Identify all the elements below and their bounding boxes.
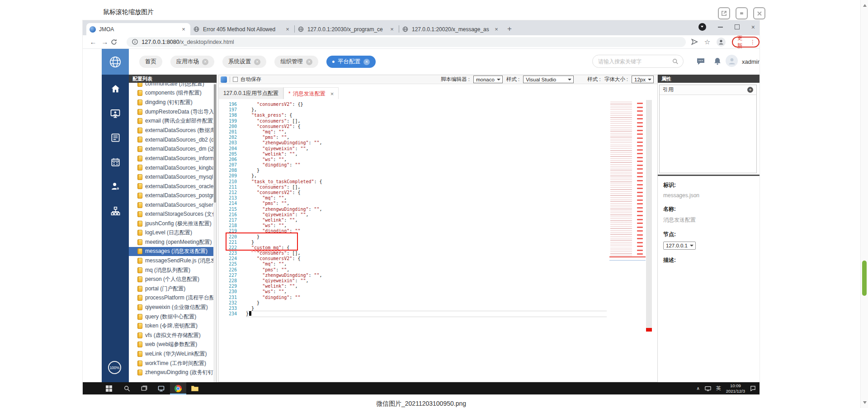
user-settings-icon[interactable]	[102, 181, 129, 192]
search-input[interactable]	[597, 58, 670, 65]
pill-close-icon[interactable]: ×	[306, 59, 312, 65]
save-icon[interactable]	[221, 76, 227, 83]
file-explorer-icon[interactable]	[153, 382, 169, 394]
fit-screen-icon[interactable]	[736, 7, 748, 19]
pill-close-icon[interactable]: ×	[202, 59, 208, 65]
list-item[interactable]: qiyeweixin (企业微信配置)	[129, 303, 217, 312]
close-viewer-icon[interactable]	[753, 7, 765, 19]
nav-pill[interactable]: 平台配置×	[326, 56, 376, 68]
list-item[interactable]: messageSendRule.js (消息发送	[129, 256, 217, 266]
nav-pill[interactable]: 组织管理×	[274, 56, 318, 68]
kebab-menu-icon[interactable]: ⋮	[750, 39, 755, 45]
editor-scrollbar-thumb[interactable]	[646, 100, 652, 331]
username-label[interactable]: xadmin	[742, 58, 760, 65]
script-editor-select[interactable]: monaco	[473, 76, 503, 83]
task-view-icon[interactable]	[136, 382, 152, 394]
list-item[interactable]: workTime (工作时间配置)	[129, 359, 217, 368]
list-item[interactable]: externalDataSources_kingbase	[129, 163, 217, 172]
folder-icon[interactable]	[187, 382, 203, 394]
start-menu-icon[interactable]	[101, 382, 117, 394]
list-item[interactable]: externalDataSources_dm (达梦	[129, 144, 217, 154]
user-avatar[interactable]	[726, 55, 738, 67]
new-tab-icon[interactable]: +	[503, 23, 516, 35]
node-select[interactable]: 127.0.0.1	[663, 242, 696, 250]
list-item[interactable]: query (数据中心配置)	[129, 312, 217, 322]
open-external-icon[interactable]	[718, 7, 730, 19]
scroll-down-arrow[interactable]	[863, 401, 867, 406]
send-icon[interactable]	[691, 38, 698, 45]
list-item[interactable]: mq (消息队列配置)	[129, 266, 217, 275]
bookmark-star-icon[interactable]: ☆	[704, 38, 710, 46]
forward-icon[interactable]: →	[99, 38, 111, 46]
notification-center-icon[interactable]	[750, 385, 756, 391]
autosave-checkbox[interactable]	[233, 77, 238, 82]
panel-splitter[interactable]	[658, 175, 760, 176]
list-item[interactable]: externalDataSources_postgres	[129, 191, 217, 200]
tab-close-icon[interactable]: ×	[493, 26, 500, 33]
list-item[interactable]: externalDataSources_sqlserver	[129, 200, 217, 210]
list-item[interactable]: externalDataSources_mysql (m	[129, 172, 217, 182]
journal-icon[interactable]	[102, 133, 129, 143]
font-size-select[interactable]: 12px	[632, 76, 654, 83]
list-item[interactable]: meeting (openMeeting配置)	[129, 237, 217, 247]
list-item[interactable]: externalDataSources (数据库配	[129, 126, 217, 135]
ime-indicator[interactable]: 英	[716, 385, 721, 392]
taskbar-search-icon[interactable]	[119, 382, 135, 394]
list-item[interactable]: web (web端参数配置)	[129, 340, 217, 350]
list-item[interactable]: communicate (消息配置)	[129, 83, 217, 89]
list-item[interactable]: dumpRestoreData (导出导入数	[129, 107, 217, 117]
bell-icon[interactable]	[714, 57, 721, 65]
nav-pill[interactable]: 应用市场×	[170, 56, 214, 68]
page-scrollbar[interactable]	[860, 0, 868, 408]
style-select[interactable]: Visual Studio	[523, 76, 574, 83]
add-reference-icon[interactable]: +	[747, 87, 753, 93]
editor-tab[interactable]: 127.0.0.1应用节点配置	[219, 87, 283, 99]
browser-tab[interactable]: Error 405 Method Not Allowed×	[190, 23, 294, 35]
tray-display-icon[interactable]	[705, 386, 711, 391]
code-editor[interactable]: 1961971981992002012022032042052062072082…	[219, 99, 657, 382]
list-item[interactable]: externalDataSources_informix	[129, 154, 217, 163]
list-item[interactable]: vfs (虚拟文件存储配置)	[129, 331, 217, 340]
search-icon[interactable]	[672, 58, 679, 65]
calendar-icon[interactable]	[102, 157, 129, 167]
tab-close-icon[interactable]: ×	[180, 26, 187, 33]
taskbar-clock[interactable]: 10:09 2021/12/3	[726, 383, 745, 394]
chrome-update-button[interactable]: 更新 ⋮	[732, 37, 760, 47]
list-item[interactable]: externalDataSources_db2 (db2	[129, 135, 217, 145]
tab-close-icon[interactable]: ×	[388, 26, 396, 33]
scrollbar-thumb[interactable]	[862, 261, 867, 296]
pill-close-icon[interactable]: ×	[254, 59, 260, 65]
home-icon[interactable]	[102, 84, 129, 94]
app-logo[interactable]	[102, 49, 129, 75]
comment-icon[interactable]	[697, 58, 705, 65]
browser-avatar-icon[interactable]	[717, 38, 726, 47]
config-scrollbar[interactable]	[213, 83, 217, 382]
list-item[interactable]: processPlatform (流程平台配置	[129, 294, 217, 303]
list-item[interactable]: externalDataSources_oracle (o	[129, 182, 217, 191]
list-item[interactable]: person (个人信息配置)	[129, 275, 217, 284]
reload-icon[interactable]	[111, 39, 123, 45]
browser-tab[interactable]: 127.0.0.1:20020/x_message_as×	[399, 23, 503, 35]
address-bar[interactable]: 127.0.0.1:8080/x_desktop/index.html	[127, 37, 686, 47]
list-item[interactable]: components (组件配置)	[129, 89, 217, 98]
nav-pill[interactable]: 首页	[139, 56, 162, 68]
nav-pill[interactable]: 系统设置×	[222, 56, 266, 68]
browser-tab[interactable]: JMOA×	[86, 23, 190, 35]
list-item[interactable]: logLevel (日志配置)	[129, 228, 217, 238]
list-item[interactable]: exmail (腾讯企业邮部件配置)	[129, 116, 217, 126]
list-item[interactable]: jpushConfig (极光推送配置)	[129, 219, 217, 228]
tab-close-icon[interactable]: ×	[284, 26, 291, 33]
restore-icon[interactable]	[735, 24, 740, 29]
video-user-icon[interactable]	[102, 108, 129, 119]
browser-tab[interactable]: 127.0.0.1:20030/x_program_ce×	[295, 23, 399, 35]
scroll-up-arrow[interactable]	[863, 2, 867, 7]
list-item[interactable]: portal (门户配置)	[129, 284, 217, 294]
back-icon[interactable]: ←	[87, 38, 99, 46]
list-item[interactable]: dingding (钉钉配置)	[129, 98, 217, 107]
chrome-taskbar-icon[interactable]	[170, 382, 186, 394]
pill-close-icon[interactable]: ×	[363, 59, 370, 65]
minimap[interactable]	[609, 101, 646, 372]
list-item[interactable]: weLink (华为WeLink配置)	[129, 349, 217, 359]
list-item[interactable]: externalStorageSources (文件存	[129, 209, 217, 219]
close-window-icon[interactable]: ×	[751, 24, 755, 31]
